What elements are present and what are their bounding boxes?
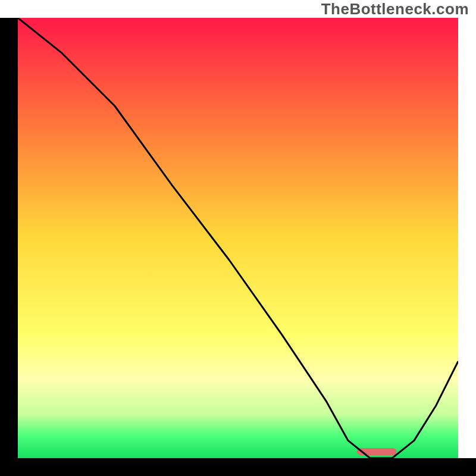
svg-rect-2 <box>0 458 476 476</box>
chart-frame: TheBottleneck.com <box>0 0 476 476</box>
svg-rect-1 <box>0 18 18 476</box>
axis-overlay <box>0 0 476 476</box>
